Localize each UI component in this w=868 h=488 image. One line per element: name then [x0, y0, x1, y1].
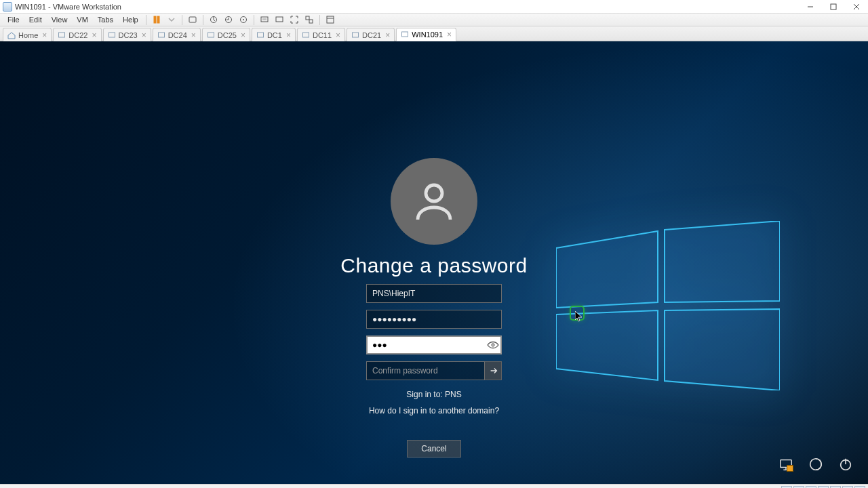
windows-logo: [556, 221, 780, 390]
app-icon: [3, 2, 12, 12]
vm-icon: [256, 31, 264, 39]
svg-marker-22: [556, 231, 658, 308]
svg-rect-16: [158, 33, 164, 37]
tray-device-icon[interactable]: [781, 486, 792, 489]
status-bar: To return to your computer, move the mou…: [0, 484, 868, 488]
fullscreen-icon[interactable]: [289, 14, 300, 25]
confirm-password-input[interactable]: [366, 361, 502, 380]
network-icon[interactable]: [778, 457, 793, 472]
submit-arrow-button[interactable]: [484, 361, 502, 380]
svg-marker-25: [665, 309, 780, 390]
revert-snapshot-icon[interactable]: [223, 14, 234, 25]
svg-rect-1: [154, 16, 156, 23]
new-password-input[interactable]: [366, 336, 502, 354]
tray-device-icon[interactable]: [854, 486, 865, 489]
svg-rect-0: [831, 4, 836, 9]
tray-device-icon[interactable]: [806, 486, 816, 489]
tab-close-icon[interactable]: ×: [446, 30, 453, 39]
tab-label: DC21: [362, 31, 381, 39]
vm-icon: [108, 31, 116, 39]
svg-rect-2: [157, 16, 159, 23]
vm-icon: [207, 31, 215, 39]
menu-view[interactable]: View: [47, 14, 73, 25]
vm-viewport[interactable]: Change a password Sign in to: PNS How do…: [0, 41, 868, 484]
ease-of-access-icon[interactable]: [808, 457, 823, 472]
svg-rect-21: [402, 32, 408, 37]
svg-rect-9: [262, 18, 267, 20]
pause-vm-icon[interactable]: [151, 14, 162, 25]
tab-dc25[interactable]: DC25 ×: [202, 28, 250, 41]
vm-icon: [351, 31, 359, 39]
old-password-field-wrap: [366, 310, 502, 329]
maximize-button[interactable]: [822, 0, 845, 14]
tray-device-icon[interactable]: [818, 486, 829, 489]
tab-dc24[interactable]: DC24 ×: [153, 28, 201, 41]
tab-label: DC11: [313, 31, 332, 39]
svg-rect-17: [208, 33, 214, 37]
menu-tabs[interactable]: Tabs: [93, 14, 118, 25]
send-cad-icon[interactable]: [187, 14, 198, 25]
manage-snapshots-icon[interactable]: [238, 14, 249, 25]
old-password-input[interactable]: [366, 310, 502, 329]
page-title: Change a password: [340, 254, 527, 277]
svg-rect-12: [309, 20, 313, 23]
tab-dc22[interactable]: DC22 ×: [53, 28, 101, 41]
tab-win1091[interactable]: WIN1091 ×: [396, 28, 456, 41]
fit-guest-icon[interactable]: [259, 14, 270, 25]
menu-help[interactable]: Help: [118, 14, 143, 25]
other-domain-link[interactable]: How do I sign in to another domain?: [369, 406, 499, 415]
tray-device-icon[interactable]: [842, 486, 853, 489]
svg-rect-13: [327, 16, 334, 23]
tab-close-icon[interactable]: ×: [41, 31, 48, 39]
svg-marker-24: [556, 310, 658, 380]
menu-vm[interactable]: VM: [72, 14, 93, 25]
home-icon: [7, 31, 16, 39]
tab-label: DC22: [68, 31, 87, 39]
svg-rect-15: [108, 33, 115, 37]
username-input[interactable]: [366, 284, 502, 303]
close-button[interactable]: [845, 0, 868, 14]
tab-label: DC25: [218, 31, 237, 39]
tab-close-icon[interactable]: ×: [190, 31, 197, 39]
tab-label: Home: [18, 31, 38, 39]
power-icon[interactable]: [838, 457, 853, 472]
vm-icon: [157, 31, 165, 39]
svg-rect-3: [189, 17, 196, 22]
menu-edit[interactable]: Edit: [24, 14, 47, 25]
minimize-button[interactable]: [799, 0, 822, 14]
vm-icon: [401, 30, 409, 39]
tab-close-icon[interactable]: ×: [90, 31, 98, 39]
tab-home[interactable]: Home ×: [3, 28, 52, 41]
svg-point-26: [426, 185, 442, 201]
cancel-button[interactable]: Cancel: [407, 440, 461, 458]
reveal-password-icon[interactable]: [487, 339, 499, 351]
svg-marker-23: [665, 221, 780, 302]
tab-close-icon[interactable]: ×: [384, 31, 391, 39]
svg-rect-11: [306, 16, 309, 20]
svg-point-7: [243, 19, 244, 20]
tab-label: DC24: [168, 31, 187, 39]
vm-icon: [302, 31, 310, 39]
console-view-icon[interactable]: [274, 14, 285, 25]
tab-dc23[interactable]: DC23 ×: [103, 28, 151, 41]
tray-device-icon[interactable]: [793, 486, 804, 489]
tab-dc21[interactable]: DC21 ×: [347, 28, 395, 41]
unity-icon[interactable]: [304, 14, 315, 25]
tab-close-icon[interactable]: ×: [140, 31, 148, 39]
mouse-cursor: [573, 309, 587, 323]
tab-close-icon[interactable]: ×: [285, 31, 292, 39]
snapshot-icon[interactable]: [208, 14, 219, 25]
tab-close-icon[interactable]: ×: [334, 31, 342, 39]
dropdown-icon[interactable]: [166, 14, 177, 25]
tab-dc11[interactable]: DC11 ×: [297, 28, 345, 41]
menu-file[interactable]: File: [3, 14, 24, 25]
title-bar: WIN1091 - VMware Workstation: [0, 0, 868, 14]
tab-close-icon[interactable]: ×: [239, 31, 247, 39]
svg-rect-19: [302, 33, 309, 37]
tab-dc1[interactable]: DC1 ×: [252, 28, 296, 41]
svg-rect-20: [353, 33, 359, 37]
signin-to-text: Sign in to: PNS: [369, 390, 499, 399]
library-icon[interactable]: [325, 14, 336, 25]
new-password-field-wrap: [366, 336, 502, 354]
tray-device-icon[interactable]: [830, 486, 841, 489]
